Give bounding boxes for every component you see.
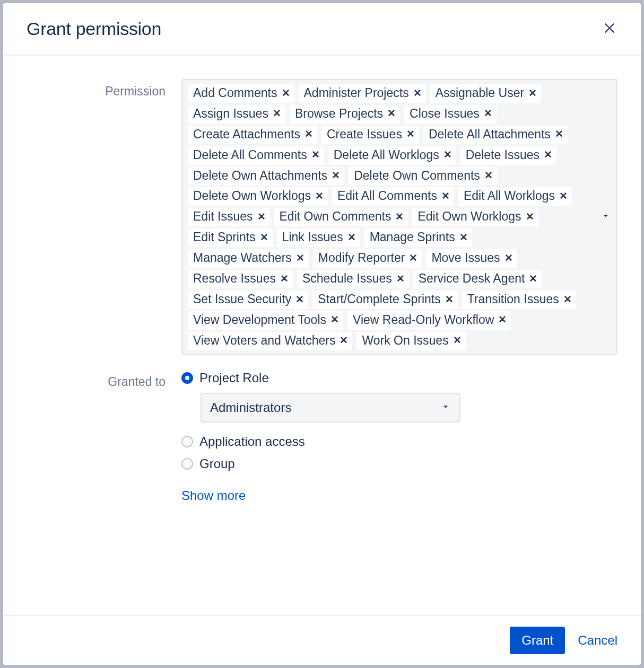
remove-tag-icon[interactable]: ✕	[273, 107, 281, 120]
remove-tag-icon[interactable]: ✕	[280, 273, 289, 286]
remove-tag-icon[interactable]: ✕	[257, 210, 266, 224]
remove-tag-icon[interactable]: ✕	[315, 190, 324, 203]
permission-tag: View Voters and Watchers✕	[188, 332, 352, 350]
remove-tag-icon[interactable]: ✕	[340, 334, 348, 347]
permission-tag-label: Assignable User	[436, 85, 524, 101]
permission-field: Permission Add Comments✕Administer Proje…	[27, 79, 617, 355]
permission-tag-label: Assign Issues	[193, 106, 268, 122]
permission-tag-label: Manage Watchers	[193, 250, 292, 266]
cancel-button[interactable]: Cancel	[578, 633, 617, 648]
dialog-footer: Grant Cancel	[3, 615, 641, 665]
remove-tag-icon[interactable]: ✕	[453, 334, 462, 347]
remove-tag-icon[interactable]: ✕	[459, 231, 468, 244]
permission-tag-label: Edit All Comments	[337, 188, 437, 204]
permission-tag-label: Service Desk Agent	[419, 271, 525, 287]
permission-tag: Delete Issues✕	[460, 146, 556, 165]
remove-tag-icon[interactable]: ✕	[330, 313, 339, 327]
permission-tag: Create Issues✕	[321, 126, 419, 144]
remove-tag-icon[interactable]: ✕	[498, 313, 507, 327]
permission-tag-label: Move Issues	[431, 250, 500, 266]
chevron-down-icon	[601, 210, 611, 223]
remove-tag-icon[interactable]: ✕	[406, 128, 415, 141]
permission-tag: Start/Complete Sprints✕	[312, 291, 457, 309]
permission-tag-label: Delete All Attachments	[429, 127, 551, 143]
remove-tag-icon[interactable]: ✕	[526, 210, 534, 224]
permission-tag: View Read-Only Workflow✕	[347, 311, 511, 330]
remove-tag-icon[interactable]: ✕	[387, 107, 396, 120]
permission-tag: Manage Watchers✕	[188, 249, 309, 268]
radio-option[interactable]: Application access	[181, 434, 617, 449]
remove-tag-icon[interactable]: ✕	[296, 252, 304, 265]
permission-tag: Manage Sprints✕	[364, 228, 472, 247]
dialog-header: Grant permission	[3, 3, 641, 56]
dialog-body: Permission Add Comments✕Administer Proje…	[3, 56, 641, 615]
remove-tag-icon[interactable]: ✕	[504, 252, 513, 265]
remove-tag-icon[interactable]: ✕	[484, 107, 492, 120]
remove-tag-icon[interactable]: ✕	[559, 190, 568, 203]
remove-tag-icon[interactable]: ✕	[413, 87, 422, 100]
remove-tag-icon[interactable]: ✕	[260, 231, 268, 244]
remove-tag-icon[interactable]: ✕	[529, 273, 537, 286]
permission-tag-label: Close Issues	[410, 106, 480, 122]
permission-tag-label: Edit Own Worklogs	[417, 209, 521, 225]
radio-option[interactable]: Group	[181, 456, 617, 471]
permission-tag-label: Edit All Worklogs	[464, 188, 555, 204]
granted-to-field: Granted to Project RoleAdministratorsApp…	[27, 370, 617, 503]
remove-tag-icon[interactable]: ✕	[282, 87, 290, 100]
chevron-down-icon	[440, 400, 451, 415]
granted-to-label: Granted to	[27, 370, 181, 503]
permission-tag: Delete All Comments✕	[188, 146, 324, 165]
remove-tag-icon[interactable]: ✕	[332, 169, 340, 182]
remove-tag-icon[interactable]: ✕	[445, 293, 454, 306]
remove-tag-icon[interactable]: ✕	[484, 169, 493, 182]
remove-tag-icon[interactable]: ✕	[304, 128, 313, 141]
remove-tag-icon[interactable]: ✕	[441, 190, 450, 203]
remove-tag-icon[interactable]: ✕	[347, 231, 356, 244]
remove-tag-icon[interactable]: ✕	[528, 87, 537, 100]
remove-tag-icon[interactable]: ✕	[396, 273, 405, 286]
remove-tag-icon[interactable]: ✕	[295, 293, 304, 306]
remove-tag-icon[interactable]: ✕	[443, 148, 452, 162]
permission-tag-label: Delete All Worklogs	[334, 147, 439, 163]
permission-tag: Resolve Issues✕	[188, 270, 293, 288]
permission-tag: Close Issues✕	[404, 105, 497, 124]
permission-tag: Schedule Issues✕	[297, 270, 409, 288]
permission-tag-label: Create Attachments	[193, 127, 300, 143]
permission-tag-label: Link Issues	[282, 230, 343, 245]
permission-tag-label: Edit Issues	[193, 209, 253, 225]
permission-tag: Delete Own Comments✕	[349, 167, 497, 186]
permission-tag-label: Delete Own Comments	[354, 168, 480, 184]
permission-tag: Edit Sprints✕	[188, 228, 273, 247]
permission-tag: Create Attachments✕	[188, 126, 317, 144]
permission-tag-label: View Read-Only Workflow	[353, 312, 494, 328]
permission-tag-label: Add Comments	[193, 85, 277, 101]
close-button[interactable]	[599, 18, 620, 40]
remove-tag-icon[interactable]: ✕	[544, 148, 552, 162]
permission-tag-label: Edit Sprints	[193, 230, 256, 245]
granted-to-radio-group: Project RoleAdministratorsApplication ac…	[181, 370, 617, 471]
remove-tag-icon[interactable]: ✕	[563, 293, 572, 306]
permission-tag: Work On Issues✕	[356, 332, 465, 350]
permission-tag: Set Issue Security✕	[188, 291, 308, 309]
permission-tag-label: Edit Own Comments	[280, 209, 391, 225]
remove-tag-icon[interactable]: ✕	[311, 148, 320, 162]
radio-option[interactable]: Project Role	[181, 371, 617, 385]
radio-circle-icon	[181, 372, 193, 384]
close-icon	[603, 21, 616, 37]
remove-tag-icon[interactable]: ✕	[555, 128, 563, 141]
permission-tag-label: Administer Projects	[304, 85, 409, 101]
permission-label: Permission	[27, 79, 181, 355]
permission-tag-label: Delete Own Attachments	[193, 168, 327, 184]
show-more-link[interactable]: Show more	[181, 479, 246, 503]
permission-multiselect[interactable]: Add Comments✕Administer Projects✕Assigna…	[181, 79, 617, 355]
grant-permission-dialog: Grant permission Permission Add Comments…	[3, 3, 641, 665]
permission-tag: Delete All Worklogs✕	[328, 146, 456, 165]
grant-button[interactable]: Grant	[510, 627, 565, 654]
permission-tag: Browse Projects✕	[290, 105, 400, 124]
role-select[interactable]: Administrators	[201, 393, 460, 423]
permission-tag: Delete Own Attachments✕	[188, 167, 344, 186]
permission-tag: Edit Issues✕	[188, 208, 270, 226]
remove-tag-icon[interactable]: ✕	[409, 252, 417, 265]
dialog-title: Grant permission	[27, 19, 161, 39]
remove-tag-icon[interactable]: ✕	[395, 210, 404, 224]
